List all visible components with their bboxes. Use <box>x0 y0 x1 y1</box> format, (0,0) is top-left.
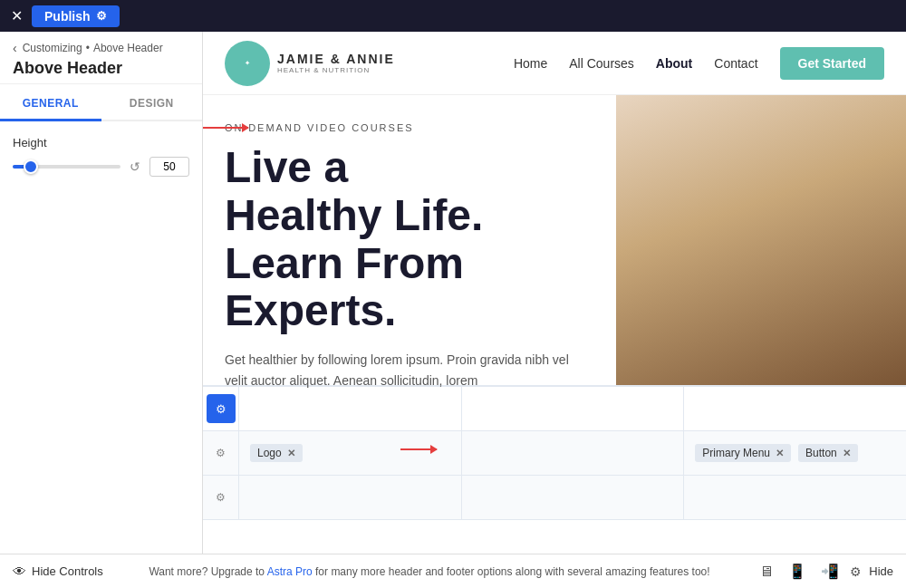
hero-title-line4: Experts. <box>225 286 396 334</box>
logo-text: JAMIE & ANNIE HEALTH & NUTRITION <box>277 52 395 74</box>
row-cell-2-3[interactable]: Primary Menu ✕ Button ✕ <box>684 431 906 475</box>
row-cell-1-3[interactable] <box>684 387 906 430</box>
primary-menu-label: Primary Menu <box>702 447 770 459</box>
builder-row-1: ⚙ <box>203 387 906 431</box>
logo-tag-label: Logo <box>257 447 282 459</box>
primary-menu-close[interactable]: ✕ <box>776 448 784 459</box>
hero-section: ON-DEMAND VIDEO COURSES Live a Healthy L… <box>203 95 906 385</box>
sidebar: ‹ Customizing • Above Header Above Heade… <box>0 32 203 554</box>
bottom-left: 👁 Hide Controls <box>13 564 103 579</box>
button-tag-label: Button <box>805 447 837 459</box>
red-arrow-left <box>203 127 248 129</box>
nav-courses[interactable]: All Courses <box>569 56 634 71</box>
hero-title-line1: Live a <box>225 143 348 191</box>
builder-row-2: ⚙ Logo ✕ Primary Menu ✕ <box>203 431 906 476</box>
row-gear-icon-2[interactable]: ⚙ <box>216 447 226 459</box>
builder-section: ⚙ ⚙ Logo ✕ <box>203 385 906 520</box>
row-cell-1-2[interactable] <box>462 387 685 430</box>
center-text-2: for many more header and footer options … <box>313 565 710 578</box>
breadcrumb-separator: • <box>86 42 90 54</box>
bottom-center: Want more? Upgrade to Astra Pro for many… <box>103 565 756 578</box>
blue-gear-button[interactable]: ⚙ <box>207 394 236 423</box>
left-arrow-indicator <box>203 119 257 137</box>
row-cell-3-2[interactable] <box>462 476 685 519</box>
logo-circle-inner: ✦ <box>245 59 250 67</box>
breadcrumb-current: Above Header <box>93 42 163 54</box>
publish-button[interactable]: Publish ⚙ <box>32 5 120 27</box>
nav-bar: ✦ JAMIE & ANNIE HEALTH & NUTRITION Home … <box>203 32 906 95</box>
nav-cta-button[interactable]: Get Started <box>780 47 884 80</box>
hide-controls-button[interactable]: 👁 Hide Controls <box>13 564 103 579</box>
logo-tagline: HEALTH & NUTRITION <box>277 66 395 74</box>
hero-subtitle: ON-DEMAND VIDEO COURSES <box>225 122 594 133</box>
yoga-figure <box>616 95 906 385</box>
breadcrumb-back-button[interactable]: ‹ <box>13 41 17 55</box>
button-tag: Button ✕ <box>798 444 858 462</box>
slider-row: ↺ 50 <box>13 157 189 177</box>
logo-tag-close[interactable]: ✕ <box>287 448 295 459</box>
logo-tag: Logo ✕ <box>250 444 303 462</box>
close-button[interactable]: ✕ <box>9 5 24 26</box>
nav-home[interactable]: Home <box>514 56 547 71</box>
hero-content: ON-DEMAND VIDEO COURSES Live a Healthy L… <box>203 95 616 385</box>
preview-area: ✦ JAMIE & ANNIE HEALTH & NUTRITION Home … <box>203 32 906 554</box>
hide-controls-label: Hide Controls <box>32 564 103 578</box>
nav-logo: ✦ JAMIE & ANNIE HEALTH & NUTRITION <box>225 41 395 86</box>
hero-image <box>616 95 906 385</box>
sidebar-title: Above Header <box>13 59 189 78</box>
row-cell-1-1[interactable] <box>239 387 462 430</box>
main-layout: ‹ Customizing • Above Header Above Heade… <box>0 32 906 554</box>
row-cell-3-1[interactable] <box>239 476 462 519</box>
row-cell-2-2[interactable] <box>462 431 685 475</box>
primary-menu-tag: Primary Menu ✕ <box>695 444 791 462</box>
right-arrow-indicator <box>400 448 437 450</box>
height-slider[interactable] <box>13 165 120 169</box>
builder-row-3: ⚙ <box>203 476 906 520</box>
top-bar-left: ✕ Publish ⚙ <box>9 5 120 27</box>
button-tag-close[interactable]: ✕ <box>843 448 851 459</box>
eye-icon: 👁 <box>13 564 26 579</box>
center-text-1: Want more? Upgrade to <box>149 565 266 578</box>
logo-circle: ✦ <box>225 41 270 86</box>
slider-thumb[interactable] <box>24 159 38 174</box>
nav-links: Home All Courses About Contact Get Start… <box>514 47 884 80</box>
publish-gear-icon: ⚙ <box>96 9 107 23</box>
breadcrumb: ‹ Customizing • Above Header <box>13 41 189 55</box>
logo-name: JAMIE & ANNIE <box>277 52 395 66</box>
top-bar: ✕ Publish ⚙ <box>0 0 906 32</box>
nav-about[interactable]: About <box>656 56 692 71</box>
bottom-bar: 👁 Hide Controls Want more? Upgrade to As… <box>0 554 906 588</box>
height-input[interactable]: 50 <box>149 157 189 177</box>
row-gear-3: ⚙ <box>203 476 239 519</box>
row-gear-2: ⚙ <box>203 431 239 475</box>
sidebar-header: ‹ Customizing • Above Header Above Heade… <box>0 32 202 84</box>
hero-description: Get healthier by following lorem ipsum. … <box>225 350 594 390</box>
settings-button[interactable]: ⚙ <box>850 564 862 579</box>
tab-design[interactable]: Design <box>101 88 203 121</box>
hero-title-line2: Healthy Life. <box>225 191 483 239</box>
breadcrumb-customizing: Customizing <box>23 42 82 54</box>
tablet-device-button[interactable]: 📱 <box>785 561 810 582</box>
height-label: Height <box>13 136 189 149</box>
hero-title-line3: Learn From <box>225 239 464 287</box>
desktop-device-button[interactable]: 🖥 <box>756 562 777 582</box>
mobile-device-button[interactable]: 📲 <box>817 561 843 582</box>
bottom-right: 🖥 📱 📲 ⚙ Hide <box>756 561 893 582</box>
publish-label: Publish <box>44 9 91 24</box>
hero-title: Live a Healthy Life. Learn From Experts. <box>225 144 594 335</box>
nav-contact[interactable]: Contact <box>714 56 757 71</box>
sidebar-content: Height ↺ 50 <box>0 121 202 554</box>
row-cell-2-1[interactable]: Logo ✕ <box>239 431 462 475</box>
hide-button[interactable]: Hide <box>869 564 893 578</box>
row-cell-3-3[interactable] <box>684 476 906 519</box>
red-arrow-right <box>400 448 437 450</box>
website-preview: ✦ JAMIE & ANNIE HEALTH & NUTRITION Home … <box>203 32 906 554</box>
row-gear-icon-3[interactable]: ⚙ <box>216 491 226 504</box>
tab-general[interactable]: General <box>0 88 101 121</box>
astra-pro-link[interactable]: Astra Pro <box>267 565 313 578</box>
reset-button[interactable]: ↺ <box>130 159 140 174</box>
row-gear-1: ⚙ <box>203 387 239 430</box>
sidebar-tabs: General Design <box>0 88 202 121</box>
